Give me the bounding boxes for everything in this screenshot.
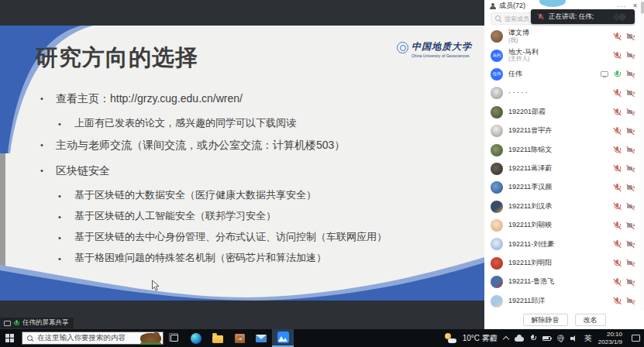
mic-muted-icon[interactable] [613,127,622,136]
microsoft-store-button[interactable] [229,329,250,347]
members-panel: 成员(72) ··· ✕ 搜索成员 正在讲话: 任伟; 谭文博(我) [484,0,644,329]
battery-icon[interactable] [542,336,551,341]
camera-off-icon[interactable] [626,202,635,211]
task-view-button[interactable] [164,329,185,347]
camera-off-icon[interactable] [626,33,635,41]
avatar [491,144,503,156]
members-icon [489,2,496,9]
bullet-item: 主动与老师交流（课间交流，或办公室交流：计算机楼503） [0,139,484,151]
members-panel-footer: 解除静音 改名 [484,311,644,329]
clock-date: 2023/1/9 [598,338,622,346]
mic-muted-icon[interactable] [613,164,622,173]
member-row[interactable]: 192211曾宇卉 [484,122,640,140]
tray-mic-icon[interactable] [530,334,536,342]
member-row[interactable]: 192211陈锦文 [484,140,640,159]
camera-off-icon[interactable] [626,146,635,154]
edge-icon [191,333,201,344]
close-icon[interactable]: ✕ [632,2,638,9]
camera-off-icon[interactable] [626,222,635,230]
member-row[interactable]: 192201邵霞 [484,103,640,122]
camera-off-icon[interactable] [626,108,635,116]
avatar [491,276,503,288]
search-icon [27,335,33,342]
member-row[interactable]: 192211李汉颜 [484,178,640,197]
windows-start-button[interactable] [5,334,14,342]
weather-text[interactable]: 10°C 雾霾 [463,333,498,344]
member-row[interactable]: 192211刘明阳 [484,254,640,273]
bullet-item: 上面有已发表的论文，感兴趣的同学可以下载阅读 [0,118,484,129]
edge-browser-button[interactable] [185,329,207,347]
file-explorer-button[interactable] [207,329,229,347]
volume-icon[interactable] [570,335,578,342]
avatar-initials: 任伟 [493,71,501,77]
hidden-icons-chevron-icon[interactable] [503,336,509,342]
mail-button[interactable] [250,329,272,347]
meeting-app-button[interactable] [272,329,294,347]
camera-off-icon[interactable] [626,51,635,60]
mic-muted-icon[interactable] [613,33,622,41]
panel-scrollbar[interactable] [640,0,644,329]
camera-off-icon[interactable] [626,297,635,305]
bullet-item: 区块链安全 [0,164,484,177]
member-name: 192211-鲁浩飞 [508,278,554,286]
mic-muted-icon[interactable] [613,108,622,116]
member-row[interactable]: 任伟 任伟 [484,65,640,84]
avatar [491,106,503,119]
camera-off-icon[interactable] [626,240,635,249]
member-name: · · · · · [508,89,528,97]
mic-muted-icon[interactable] [613,297,622,305]
mic-muted-icon[interactable] [613,146,622,154]
cloud-sync-icon[interactable] [515,337,524,342]
bullet-item: 基于区块链的去中心身份管理、分布式认证、访问控制（车联网应用） [0,232,484,243]
more-options-icon[interactable]: ··· [617,2,626,10]
mic-muted-icon[interactable] [613,278,622,287]
network-icon[interactable] [557,335,564,342]
mic-muted-icon[interactable] [613,259,622,267]
camera-off-icon[interactable] [626,89,635,98]
member-row[interactable]: 谭文博(我) [484,27,640,46]
member-row[interactable]: 192211刘朝映 [484,216,640,235]
taskbar: 在这里输入你要搜索的内容 10°C 雾霾 英 20:10 2023/1/9 [0,329,644,347]
search-highlight-ox-image[interactable] [140,333,161,344]
member-row[interactable]: 192211-鲁浩飞 [484,273,640,291]
mic-muted-icon[interactable] [613,240,622,249]
camera-off-icon[interactable] [626,278,635,287]
mic-muted-icon[interactable] [613,184,622,192]
camera-off-icon[interactable] [626,70,635,78]
camera-off-icon[interactable] [626,259,635,267]
member-row[interactable]: · · · · · [484,84,640,102]
member-name: 192211曾宇卉 [508,127,552,135]
camera-off-icon[interactable] [626,184,635,192]
screen-share-banner[interactable]: 任伟的屏幕共享 [0,318,74,328]
avatar [491,163,503,175]
speaking-indicator-banner: 正在讲话: 任伟; [531,9,635,24]
member-name: 192211刘汉承 [508,203,552,211]
mic-muted-icon[interactable] [613,202,622,211]
search-icon [495,15,501,22]
mic-speaking-icon[interactable] [613,70,622,78]
mic-muted-icon[interactable] [613,89,622,98]
mic-muted-icon[interactable] [613,222,622,230]
meeting-app-icon [277,332,289,343]
unmute-button[interactable]: 解除静音 [523,314,568,326]
scrollbar-thumb[interactable] [641,2,644,14]
avatar [491,181,503,194]
camera-off-icon[interactable] [626,164,635,173]
clock[interactable]: 20:10 2023/1/9 [598,331,622,345]
camera-off-icon[interactable] [626,127,635,136]
member-row[interactable]: 192211刘汉承 [484,198,640,216]
ime-indicator[interactable]: 英 [584,333,592,344]
taskbar-search-input[interactable]: 在这里输入你要搜索的内容 [22,332,164,345]
avatar [491,30,503,43]
weather-icon[interactable] [445,333,456,343]
mic-muted-icon[interactable] [613,51,622,60]
rename-button[interactable]: 改名 [575,314,606,326]
bullet-text: 主动与老师交流（课间交流，或办公室交流：计算机楼503） [56,139,345,151]
member-row[interactable]: 192211蒋泽蔚 [484,160,640,178]
avatar [491,201,503,213]
notification-center-icon[interactable] [632,335,640,342]
member-row[interactable]: 马利 地大-马利(主持人) [484,46,640,64]
folder-icon [212,335,223,343]
member-row[interactable]: 192211-刘佳豪 [484,235,640,253]
member-row[interactable]: 192211邱洋 [484,291,640,310]
